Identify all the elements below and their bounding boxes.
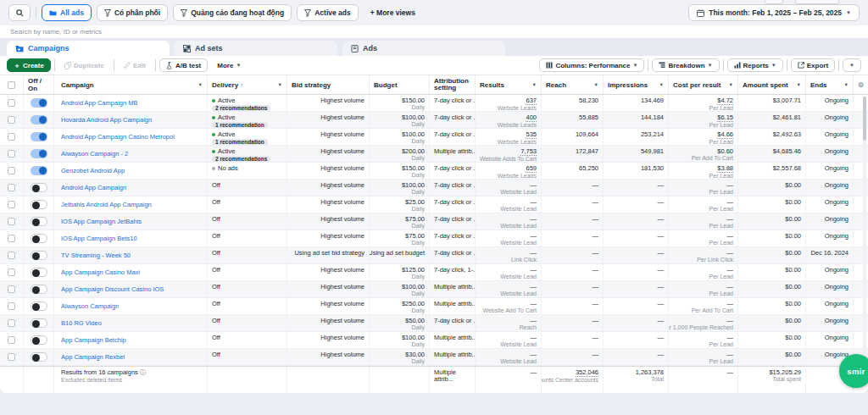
row-checkbox[interactable]: [0, 129, 24, 145]
reports-button[interactable]: Reports ▼: [727, 58, 783, 72]
campaign-toggle[interactable]: [24, 230, 54, 246]
more-views-button[interactable]: + More views: [364, 4, 422, 21]
ab-test-button[interactable]: A/B test: [159, 58, 208, 72]
header-attribution[interactable]: Attribution setting: [430, 75, 476, 94]
attribution-cell: 7-day click or ...: [430, 247, 476, 263]
campaign-name-link[interactable]: TV Streaming - Week 50: [54, 247, 208, 263]
search-input[interactable]: [10, 28, 858, 36]
campaign-toggle[interactable]: [24, 349, 54, 365]
row-checkbox[interactable]: [0, 146, 24, 162]
amount-spent-cell: $0.00: [738, 298, 806, 314]
date-range-picker[interactable]: This month: Feb 1, 2025 – Feb 25, 2025 ▼: [688, 4, 860, 21]
campaign-toggle[interactable]: [24, 112, 54, 128]
bid-strategy-cell: Highest volume: [287, 298, 370, 314]
edit-button[interactable]: Edit: [118, 58, 152, 72]
row-checkbox[interactable]: [0, 196, 24, 213]
ads-page-icon: [351, 45, 359, 53]
campaign-name-link[interactable]: Alwayson Campaign: [54, 298, 208, 314]
header-results[interactable]: Results▼: [476, 75, 542, 94]
row-checkbox[interactable]: [0, 281, 24, 297]
campaign-name-link[interactable]: B10 RG Video: [54, 315, 208, 331]
campaign-name-link[interactable]: Hovarda Android App Campaign: [54, 112, 208, 128]
filter-chip-all-ads[interactable]: All ads: [42, 4, 92, 21]
campaign-toggle[interactable]: [24, 315, 54, 331]
cost-per-result-cell: —Per Lead: [669, 349, 738, 365]
header-reach[interactable]: Reach▼: [542, 75, 604, 94]
columns-button[interactable]: Columns: Performance ▼: [539, 58, 644, 72]
impressions-cell: 549,981: [604, 146, 669, 162]
campaign-toggle[interactable]: [24, 146, 54, 162]
info-icon[interactable]: ⓘ: [140, 369, 146, 375]
campaign-name-link[interactable]: Genzobet Android App: [54, 163, 208, 179]
campaign-name-link[interactable]: Android App Campaign MB: [54, 95, 208, 111]
campaign-name-link[interactable]: App Campaign Rexbet: [54, 349, 208, 365]
row-checkbox[interactable]: [0, 95, 24, 111]
create-button[interactable]: ＋ Create: [7, 58, 51, 72]
campaign-toggle[interactable]: [24, 196, 54, 213]
calendar-icon: [697, 9, 704, 17]
recommendations-badge[interactable]: 2 recommendations: [212, 105, 270, 111]
campaign-name-link[interactable]: App Campaign Betchip: [54, 332, 208, 348]
header-bid-strategy[interactable]: Bid strategy: [287, 75, 370, 94]
campaign-name-link[interactable]: App Campaign Discount Casino IOS: [54, 281, 208, 297]
campaign-name-link[interactable]: IOS App Campaign JetBahis: [54, 213, 208, 230]
campaign-toggle[interactable]: [24, 163, 54, 179]
campaign-toggle[interactable]: [24, 213, 54, 230]
tab-ads[interactable]: Ads: [342, 41, 505, 56]
row-checkbox[interactable]: [0, 264, 24, 280]
recommendations-badge[interactable]: 1 recommendation: [212, 139, 268, 145]
row-checkbox[interactable]: [0, 213, 24, 230]
header-delivery[interactable]: Delivery↑▼: [208, 75, 287, 94]
vertical-scrollbar[interactable]: [863, 97, 866, 364]
campaign-toggle[interactable]: [24, 95, 54, 111]
chat-widget-button[interactable]: smir: [839, 354, 868, 388]
header-cost-per-result[interactable]: Cost per result▼: [669, 75, 738, 94]
breakdown-button[interactable]: Breakdown ▼: [652, 58, 719, 72]
campaign-name-link[interactable]: Alwayson Campaign - 2: [54, 146, 208, 162]
campaign-name-link[interactable]: IOS App Campaign Bets10: [54, 230, 208, 246]
campaign-name-link[interactable]: Android App Campaign Casino Metropol: [54, 129, 208, 145]
row-checkbox[interactable]: [0, 315, 24, 331]
search-filter-button[interactable]: [8, 4, 31, 21]
campaign-toggle[interactable]: [24, 129, 54, 145]
row-checkbox[interactable]: [0, 180, 24, 196]
row-checkbox[interactable]: [0, 230, 24, 246]
header-ends[interactable]: Ends▼: [806, 75, 854, 94]
row-checkbox[interactable]: [0, 112, 24, 128]
campaign-toggle[interactable]: [24, 281, 54, 297]
campaign-toggle[interactable]: [24, 298, 54, 314]
more-button[interactable]: More ▼: [211, 58, 247, 72]
column-settings-gear-icon[interactable]: ⚙: [854, 75, 868, 94]
divider: [787, 59, 787, 71]
filter-chip-active-ads[interactable]: Active ads: [297, 4, 359, 21]
campaign-name-link[interactable]: Jetbahis Android App Campaign: [54, 196, 208, 213]
row-checkbox[interactable]: [0, 163, 24, 179]
campaign-toggle[interactable]: [24, 180, 54, 196]
row-checkbox[interactable]: [0, 247, 24, 263]
tab-ad-sets[interactable]: Ad sets: [175, 41, 337, 56]
duplicate-button[interactable]: Duplicate: [58, 58, 110, 72]
select-all-checkbox[interactable]: [0, 75, 24, 94]
campaign-toggle[interactable]: [24, 247, 54, 263]
header-impressions[interactable]: Impressions▼: [604, 75, 669, 94]
budget-cell: $30.00Daily: [370, 349, 430, 365]
campaign-name-link[interactable]: Android App Campaign: [54, 180, 208, 196]
filter-chip-quang-cao[interactable]: Quảng cáo đang hoạt động: [173, 4, 292, 21]
cost-per-result-cell: —Per Lead: [669, 230, 738, 246]
row-checkbox[interactable]: [0, 349, 24, 365]
filter-chip-co-phan-phoi[interactable]: Có phân phối: [97, 4, 168, 21]
export-button[interactable]: Export: [791, 58, 835, 72]
campaign-toggle[interactable]: [24, 332, 54, 348]
tab-campaigns[interactable]: Campaigns: [7, 41, 170, 56]
header-campaign[interactable]: Campaign▼: [54, 75, 208, 94]
campaign-toggle[interactable]: [24, 264, 54, 280]
header-amount-spent[interactable]: Amount spent▼: [738, 75, 806, 94]
header-budget[interactable]: Budget: [370, 75, 430, 94]
recommendations-badge[interactable]: 1 recommendation: [212, 122, 268, 128]
campaign-name-link[interactable]: App Campaign Casino Maxi: [54, 264, 208, 280]
toolbar-overflow-button[interactable]: ▼: [843, 58, 861, 72]
row-checkbox[interactable]: [0, 298, 24, 314]
row-checkbox[interactable]: [0, 332, 24, 348]
bid-strategy-cell: Highest volume: [287, 213, 370, 230]
recommendations-badge[interactable]: 2 recommendations: [212, 156, 270, 162]
